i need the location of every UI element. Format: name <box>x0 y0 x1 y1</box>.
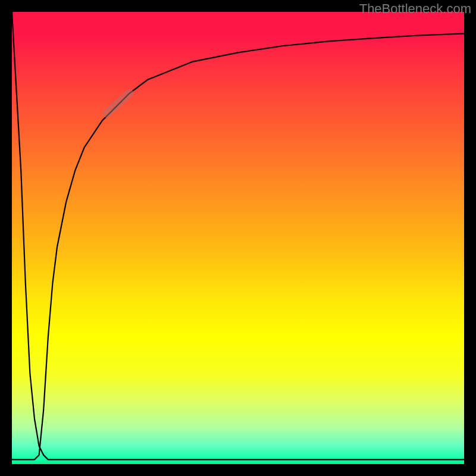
watermark-text: TheBottleneck.com <box>359 1 471 17</box>
chart-frame: TheBottleneck.com <box>0 0 476 476</box>
highlight-segment <box>107 93 130 114</box>
curve-svg <box>12 12 464 464</box>
plot-area <box>12 12 464 464</box>
bottleneck-curve <box>12 12 464 459</box>
